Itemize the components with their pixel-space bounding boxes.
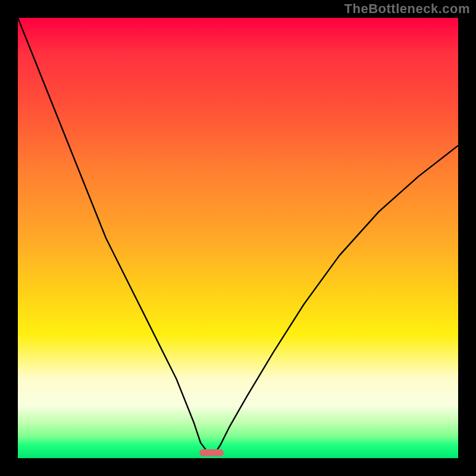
watermark-text: TheBottleneck.com [345, 1, 470, 17]
chart-frame: TheBottleneck.com [0, 0, 476, 476]
optimal-marker [199, 449, 224, 456]
curve-svg [18, 18, 458, 458]
bottleneck-curve [18, 18, 458, 452]
plot-area [18, 18, 458, 458]
